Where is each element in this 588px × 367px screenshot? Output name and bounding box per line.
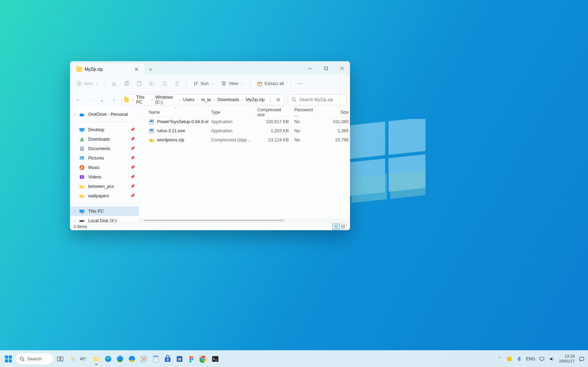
tray-chevron-up-icon[interactable]: ˄	[497, 356, 502, 362]
taskbar-app-store[interactable]	[163, 352, 173, 366]
taskbar-app-edge-canary[interactable]	[127, 352, 137, 366]
tray-bluetooth-icon[interactable]	[516, 356, 522, 362]
tray-security-icon[interactable]	[506, 356, 512, 362]
new-button[interactable]: New⌄	[74, 79, 101, 89]
file-row[interactable]: wordpress.zipCompressed (zipped) Fol...2…	[139, 135, 350, 144]
svg-rect-34	[151, 139, 152, 142]
sidebar-item-desktop[interactable]: Desktop📌	[70, 125, 139, 134]
taskbar-search[interactable]: Search	[15, 353, 53, 365]
pin-icon: 📌	[130, 165, 135, 170]
col-password[interactable]: Password ...	[292, 107, 316, 117]
sidebar-item-between-pcs[interactable]: between_pcs📌	[70, 182, 139, 191]
sidebar-item-downloads[interactable]: Downloads📌	[70, 134, 139, 144]
svg-point-18	[80, 113, 83, 115]
desktop-icon	[79, 127, 85, 133]
sort-button[interactable]: Sort⌄	[190, 79, 217, 89]
taskbar-app-notepad[interactable]	[151, 352, 161, 366]
search-input[interactable]	[299, 97, 343, 102]
task-view-button[interactable]	[55, 352, 65, 366]
paste-button	[134, 79, 145, 89]
thumbnails-view-toggle[interactable]	[340, 224, 346, 230]
col-size[interactable]: Size	[316, 107, 350, 117]
recent-caret[interactable]: ⌄	[97, 95, 106, 105]
chevron-right-icon: ›	[73, 112, 77, 116]
svg-rect-62	[168, 360, 169, 361]
taskbar-app-snipping[interactable]	[139, 352, 149, 366]
drive-icon	[79, 218, 85, 223]
videos-icon	[79, 174, 85, 180]
svg-rect-37	[341, 227, 343, 228]
sidebar-item-pictures[interactable]: Pictures📌	[70, 153, 139, 163]
details-view-toggle[interactable]	[332, 224, 340, 230]
svg-point-73	[202, 358, 204, 360]
view-button[interactable]: View⌄	[218, 79, 247, 89]
zip-folder-icon	[124, 98, 129, 102]
search-box[interactable]	[288, 94, 346, 105]
taskbar-app-file-explorer[interactable]	[91, 352, 101, 366]
tab-close-button[interactable]	[133, 66, 140, 72]
taskbar-app-edge-beta[interactable]	[115, 352, 125, 366]
minimize-button[interactable]	[302, 61, 318, 75]
crumb-this-pc[interactable]: This PC	[135, 94, 149, 105]
exe-file-icon	[149, 119, 154, 125]
this-pc-icon	[79, 209, 85, 214]
svg-rect-60	[168, 359, 169, 360]
weather-icon	[70, 355, 78, 363]
col-compressed-size[interactable]: Compressed size	[254, 107, 292, 117]
tray-notifications-icon[interactable]	[579, 356, 584, 362]
svg-rect-74	[212, 356, 218, 362]
close-button[interactable]	[334, 61, 350, 75]
sidebar-item-documents[interactable]: Documents📌	[70, 144, 139, 153]
col-name[interactable]: Name	[146, 107, 208, 117]
pin-icon: 📌	[130, 156, 135, 160]
start-button[interactable]	[4, 354, 13, 364]
refresh-button[interactable]: ⟳	[275, 97, 282, 103]
sidebar-item-local-disk[interactable]: ›Local Disk (X:)	[70, 216, 139, 223]
tray-clock[interactable]: 13:16 23/01/17	[559, 354, 575, 363]
back-button[interactable]: ←	[74, 95, 83, 105]
sidebar-item-onedrive[interactable]: › OneDrive - Personal	[70, 110, 139, 119]
crumb-users[interactable]: Users	[182, 97, 195, 103]
taskbar-app-word[interactable]: W	[175, 352, 184, 366]
col-type[interactable]: Type	[208, 107, 254, 117]
address-history-caret[interactable]: ⌄	[267, 98, 274, 102]
file-row[interactable]: PowerToysSetup-0.64.0-x64.exeApplication…	[139, 117, 350, 126]
sidebar-item-music[interactable]: Music📌	[70, 163, 139, 172]
chevron-right-icon: ›	[73, 219, 77, 223]
up-button[interactable]: ↑	[109, 95, 118, 105]
tray-language[interactable]: ENG	[526, 357, 535, 361]
tray-volume-icon[interactable]	[549, 356, 555, 362]
taskbar-app-edge[interactable]	[103, 352, 113, 366]
crumb-myzip[interactable]: MyZip.zip	[245, 97, 265, 103]
taskbar-app-chrome[interactable]	[198, 352, 208, 366]
crumb-downloads[interactable]: Downloads	[217, 97, 240, 103]
sidebar-item-videos[interactable]: Videos📌	[70, 172, 139, 182]
extract-all-button[interactable]: Extract all	[254, 79, 287, 89]
svg-rect-54	[130, 360, 134, 362]
pin-icon: 📌	[130, 175, 135, 179]
plus-circle-icon	[76, 81, 82, 86]
forward-button[interactable]: →	[85, 95, 94, 105]
crumb-user[interactable]: m_la	[201, 97, 211, 103]
horizontal-scrollbar[interactable]	[139, 218, 350, 223]
file-explorer-window: MyZip.zip ＋ New⌄ Sort⌄	[70, 61, 350, 230]
window-controls	[302, 61, 350, 75]
address-bar[interactable]: › This PC› Windows (C:)› Users› m_la› Do…	[121, 94, 285, 105]
pin-icon: 📌	[130, 137, 135, 141]
downloads-icon	[79, 136, 85, 142]
weather-widget[interactable]: 45°	[70, 355, 86, 363]
new-tab-button[interactable]: ＋	[145, 63, 156, 75]
file-row[interactable]: rufus-3.21.exeApplication1,333 KBNo1,365	[139, 126, 350, 135]
sidebar-item-wallpapers[interactable]: wallpapers📌	[70, 191, 139, 200]
svg-rect-38	[343, 227, 345, 228]
svg-rect-5	[390, 170, 426, 199]
svg-rect-14	[150, 82, 154, 85]
taskbar-app-figma[interactable]	[187, 352, 196, 366]
maximize-button[interactable]	[318, 61, 334, 75]
sidebar-item-this-pc[interactable]: ›This PC	[70, 206, 139, 216]
more-options-button[interactable]: ···	[294, 79, 307, 88]
tray-network-icon[interactable]	[539, 356, 545, 362]
tab-myzip[interactable]: MyZip.zip	[72, 63, 145, 75]
crumb-c[interactable]: Windows (C:)	[155, 94, 177, 105]
taskbar-app-terminal[interactable]	[210, 352, 220, 366]
